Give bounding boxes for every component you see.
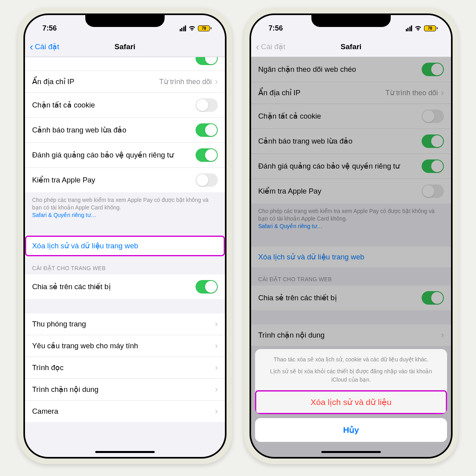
row-page-zoom[interactable]: Thu phóng trang › (25, 313, 225, 335)
footer-note: Cho phép các trang web kiểm tra xem Appl… (25, 192, 225, 221)
battery-icon: 78 (198, 25, 211, 31)
chevron-right-icon: › (215, 319, 218, 329)
cellular-icon (180, 25, 186, 31)
phone-left: 7:56 78 ‹ Cài đặt Safari (18, 8, 232, 464)
toggle-on[interactable] (196, 148, 218, 162)
chevron-right-icon: › (215, 363, 218, 373)
back-button: ‹ Cài đặt (251, 42, 285, 52)
section-web-settings: CÀI ĐẶT CHO TRANG WEB (25, 256, 225, 274)
wifi-icon (415, 25, 422, 31)
row-camera[interactable]: Camera › (25, 401, 225, 422)
row-apple-pay[interactable]: Kiểm tra Apple Pay (25, 168, 225, 192)
chevron-right-icon: › (215, 77, 218, 87)
notch (85, 13, 165, 27)
row-desktop-site[interactable]: Yêu cầu trang web cho máy tính › (25, 335, 225, 357)
row-share-devices[interactable]: Chia sẻ trên các thiết bị (25, 274, 225, 299)
status-time: 7:56 (37, 24, 57, 33)
row-fraud-warning[interactable]: Cảnh báo trang web lừa đảo (25, 118, 225, 143)
wifi-icon (188, 25, 196, 31)
action-sheet: Thao tác xóa sẽ xóa lịch sử, cookie và c… (251, 345, 451, 457)
notch (311, 13, 391, 27)
row-ad-privacy[interactable]: Đánh giá quảng cáo bảo vệ quyền riêng tư (25, 143, 225, 168)
back-label: Cài đặt (35, 42, 60, 51)
toggle-off[interactable] (196, 98, 218, 112)
row-content-blocker[interactable]: Trình chặn nội dung › (25, 379, 225, 401)
row-prevent-tracking-partial[interactable] (25, 57, 225, 71)
back-button[interactable]: ‹ Cài đặt (25, 42, 59, 52)
toggle-on[interactable] (196, 280, 218, 294)
chevron-right-icon: › (215, 406, 218, 416)
home-indicator[interactable] (321, 451, 381, 453)
home-indicator[interactable] (95, 451, 155, 453)
status-time: 7:56 (263, 24, 283, 33)
phone-right: 7:56 78 ‹ Cài đặt Safari (244, 8, 458, 464)
toggle-off[interactable] (196, 173, 218, 187)
nav-bar: ‹ Cài đặt Safari (25, 36, 225, 57)
sheet-message: Thao tác xóa sẽ xóa lịch sử, cookie và c… (255, 349, 447, 390)
chevron-right-icon: › (215, 341, 218, 351)
row-reader[interactable]: Trình đọc › (25, 357, 225, 379)
cellular-icon (406, 25, 413, 31)
battery-icon: 78 (424, 25, 438, 31)
back-label: Cài đặt (261, 42, 286, 51)
row-block-cookies[interactable]: Chặn tất cả cookie (25, 93, 225, 118)
privacy-link[interactable]: Safari & Quyền riêng tư… (32, 212, 96, 218)
sheet-cancel-button[interactable]: Hủy (255, 418, 447, 442)
sheet-clear-button[interactable]: Xóa lịch sử và dữ liệu (255, 390, 447, 414)
chevron-left-icon: ‹ (30, 42, 33, 52)
toggle-on[interactable] (196, 123, 218, 137)
chevron-right-icon: › (215, 384, 218, 395)
row-hide-ip[interactable]: Ẩn địa chỉ IP Từ trình theo dõi › (25, 71, 225, 93)
nav-bar: ‹ Cài đặt Safari (251, 36, 451, 57)
toggle-on[interactable] (196, 57, 218, 65)
row-clear-history[interactable]: Xóa lịch sử và dữ liệu trang web (25, 236, 225, 256)
chevron-left-icon: ‹ (256, 42, 259, 52)
